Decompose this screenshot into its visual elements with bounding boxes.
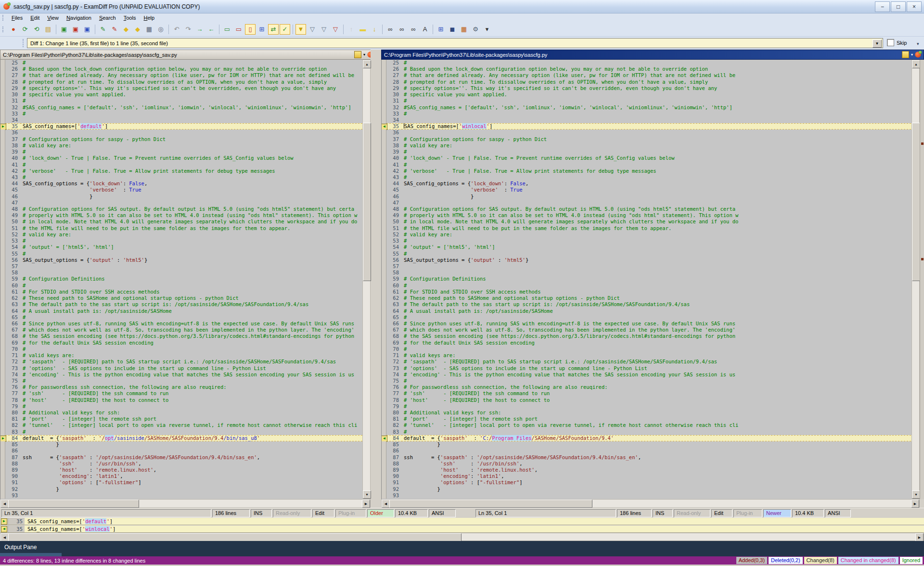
code-line[interactable]: 40# 'lock_down' - True | False. True = P… — [0, 155, 362, 161]
code-line[interactable]: 71# valid keys are: — [382, 352, 911, 359]
undo-icon[interactable]: ↶ — [171, 24, 182, 35]
find-icon[interactable]: ∞ — [385, 24, 396, 35]
vscroll-thumb[interactable] — [363, 123, 371, 281]
code-line[interactable]: 86 — [382, 448, 911, 454]
scroll-right-icon[interactable]: ▶ — [911, 500, 919, 508]
code-line[interactable]: 37# Configuration options for saspy - py… — [382, 136, 911, 142]
code-line[interactable]: 76# For passwordless ssh connection, the… — [0, 384, 362, 390]
code-line[interactable]: 33# — [0, 111, 362, 117]
code-line[interactable]: 61# For STDIO and STDIO over SSH access … — [382, 289, 911, 295]
print-preview-icon[interactable]: ◎ — [155, 24, 166, 35]
scroll-right-icon[interactable]: ▶ — [915, 533, 924, 541]
open-files-icon[interactable]: ▤ — [43, 24, 53, 35]
scroll-down-icon[interactable]: ▼ — [363, 490, 371, 499]
code-line[interactable]: 81# 'port' - [integer] the remote ssh po… — [0, 416, 362, 422]
code-line[interactable]: 43# — [0, 174, 362, 180]
code-line[interactable]: 45 'verbose' : True — [382, 187, 911, 193]
code-line[interactable]: 39# — [382, 149, 911, 155]
code-line[interactable]: 40# 'lock_down' - True | False. True = P… — [382, 155, 911, 161]
code-line[interactable]: 55# — [0, 251, 362, 257]
code-line[interactable]: 26# Based upon the lock_down configurati… — [0, 66, 362, 72]
code-line[interactable]: 64# A usual install path is: /opt/sasins… — [382, 308, 911, 314]
panes-layout-icon[interactable]: ⊞ — [436, 24, 446, 35]
code-line[interactable]: 64# A usual install path is: /opt/sasins… — [0, 308, 362, 314]
code-line[interactable]: 42# 'verbose' - True | False. True = All… — [382, 168, 911, 174]
code-line[interactable]: 53# — [0, 238, 362, 244]
first-file-hscrollbar[interactable]: ◀ ▶ — [0, 499, 371, 508]
copy-path-icon[interactable] — [354, 51, 361, 58]
highlight-second-icon[interactable]: ◆ — [132, 24, 143, 35]
code-line[interactable]: 73# 'options' - SAS options to include i… — [382, 365, 911, 372]
diff-location-arrow-icon[interactable]: ▶ — [0, 436, 6, 442]
first-file-editor[interactable]: 25#26# Based upon the lock_down configur… — [0, 60, 362, 499]
code-line[interactable]: 49# properly with HTML 5.0 so it can als… — [382, 212, 911, 219]
code-line[interactable]: 59# Configuration Definitions — [0, 276, 362, 282]
recompare-icon[interactable]: ⟳ — [20, 24, 30, 35]
vscroll-thumb[interactable] — [912, 123, 920, 281]
second-file-header[interactable]: C:\Program Files\Python\Python37\Lib\sit… — [381, 50, 924, 60]
code-line[interactable]: 54# 'output' = ['html5', 'html'] — [0, 244, 362, 250]
code-line[interactable]: 29# specify options=''. This way it's sp… — [0, 85, 362, 91]
scroll-left-icon[interactable]: ◀ — [0, 533, 9, 541]
code-line[interactable]: 73# 'options' - SAS options to include i… — [0, 365, 362, 372]
code-line[interactable]: 80# Additional valid keys for ssh: — [382, 410, 911, 416]
code-line[interactable]: 68# the SAS session encoding (see https:… — [382, 333, 911, 339]
code-line[interactable]: 63# The default path to the sas start up… — [382, 301, 911, 308]
code-line[interactable]: 38# valid key are: — [0, 142, 362, 149]
code-line[interactable]: 89 'host' : 'remote.linux.host', — [382, 467, 911, 473]
skip-checkbox[interactable] — [887, 39, 894, 46]
code-line[interactable]: ▶84default = {'saspath' : '/opt/sasinsid… — [0, 435, 362, 441]
copy-path-icon[interactable] — [902, 51, 909, 58]
diff-arrow-left-icon[interactable]: ◀ — [1, 526, 7, 532]
copy-block-left-icon[interactable]: ← — [206, 24, 217, 35]
filter-icon[interactable]: ▼ — [295, 24, 306, 35]
code-line[interactable]: 69# for the default Unix SAS session enc… — [382, 340, 911, 346]
code-line[interactable]: 50# in local mode. Note that HTML 4.0 wi… — [382, 219, 911, 225]
code-line[interactable]: 34 — [382, 117, 911, 123]
hscroll-thumb[interactable] — [8, 500, 139, 508]
code-line[interactable]: 55# — [382, 251, 911, 257]
code-line[interactable]: 32#SAS_config_names = ['default', 'ssh',… — [0, 104, 362, 111]
code-line[interactable]: 81# 'port' - [integer] the remote ssh po… — [382, 416, 911, 422]
code-line[interactable]: 91 'options' : ["-fullstimer"] — [382, 479, 911, 486]
code-line[interactable]: 70# — [382, 346, 911, 352]
code-line[interactable]: 39# — [0, 149, 362, 155]
scroll-up-icon[interactable]: ▲ — [363, 60, 371, 68]
code-line[interactable]: 85 } — [382, 441, 911, 448]
code-line[interactable]: 72# 'saspath' - [REQUIRED] path to SAS s… — [0, 359, 362, 365]
code-line[interactable]: 75# — [382, 378, 911, 384]
copy-block-right-icon[interactable]: → — [194, 24, 205, 35]
code-line[interactable]: 29# specify options=''. This way it's sp… — [382, 85, 911, 91]
menu-grip[interactable] — [2, 15, 5, 21]
code-line[interactable]: 82# 'tunnel' - [integer] local port to o… — [0, 422, 362, 428]
auto-recompare-icon[interactable]: ✓ — [280, 24, 290, 35]
code-line[interactable]: 65# — [0, 314, 362, 321]
statusbar-splitter[interactable] — [457, 508, 474, 518]
code-line[interactable]: ◀35SAS_config_names=['winlocal'] — [382, 123, 911, 129]
scroll-up-icon[interactable]: ▲ — [912, 60, 920, 68]
code-line[interactable]: 88 'ssh' : '/usr/bin/ssh', — [382, 461, 911, 467]
diff-arrow-right-icon[interactable]: ▶ — [1, 518, 7, 525]
code-line[interactable]: 25# — [0, 60, 362, 66]
scroll-left-icon[interactable]: ◀ — [0, 500, 9, 508]
code-line[interactable]: 93 — [382, 492, 911, 499]
highlight-first-icon[interactable]: ◆ — [121, 24, 131, 35]
code-line[interactable]: 68# the SAS session encoding (see https:… — [0, 333, 362, 339]
code-line[interactable]: 49# properly with HTML 5.0 so it can als… — [0, 212, 362, 219]
code-line[interactable]: 77# 'ssh' - [REQUIRED] the ssh command t… — [0, 390, 362, 397]
combo-dropdown-icon[interactable]: ▼ — [873, 39, 882, 48]
code-line[interactable]: 74# 'encoding' - This is the python enco… — [0, 372, 362, 378]
code-line[interactable]: 66# Since python uses utf-8, running SAS… — [0, 321, 362, 327]
code-line[interactable]: 66# Since python uses utf-8, running SAS… — [382, 321, 911, 327]
show-all-icon[interactable]: ⊞ — [257, 24, 267, 35]
code-line[interactable]: 41# — [382, 162, 911, 168]
edit-first-file-icon[interactable]: ✎ — [98, 24, 108, 35]
toolbar-overflow-chevron-icon[interactable]: ▾ — [917, 41, 919, 46]
code-line[interactable]: 62# These need path to SASHome and optio… — [0, 295, 362, 301]
current-diff-icon[interactable]: ▬ — [358, 24, 368, 35]
code-line[interactable]: 89 'host' : 'remote.linux.host', — [0, 467, 362, 473]
code-line[interactable]: 53# — [382, 238, 911, 244]
code-line[interactable]: 44SAS_config_options = {'lock_down': Fal… — [382, 180, 911, 187]
plugins-icon[interactable]: ◼ — [447, 24, 458, 35]
code-line[interactable]: 32#SAS_config_names = ['default', 'ssh',… — [382, 104, 911, 111]
